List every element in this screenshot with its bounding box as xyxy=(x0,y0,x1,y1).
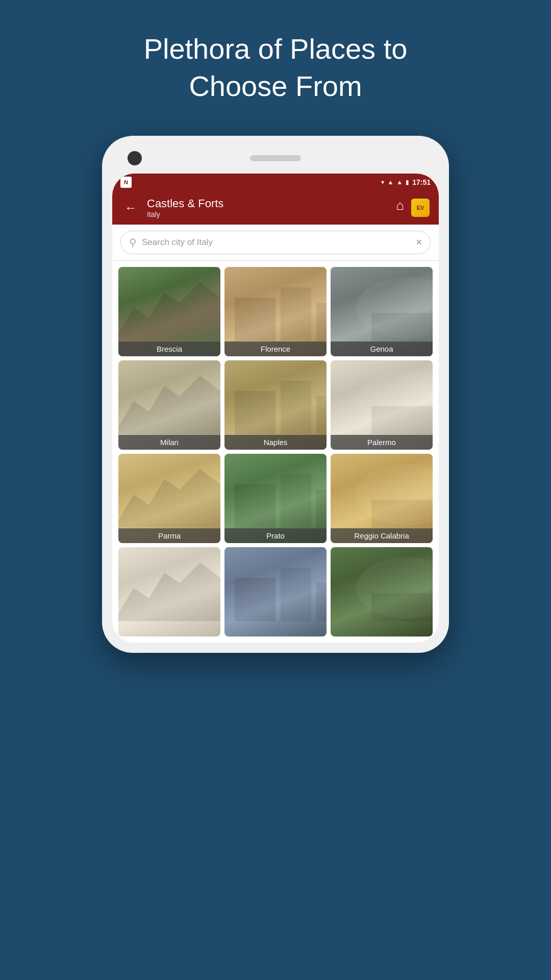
status-logo: N xyxy=(120,177,132,188)
status-time: 17:51 xyxy=(412,178,431,186)
city-card[interactable]: Florence xyxy=(224,267,327,356)
svg-rect-17 xyxy=(371,500,433,528)
city-card[interactable] xyxy=(224,547,327,636)
city-card[interactable]: Parma xyxy=(118,454,220,543)
phone-speaker xyxy=(250,155,301,161)
phone-screen: N ▾ ▲ ▲ ▮ 17:51 ← Castles & Forts Italy … xyxy=(112,174,439,643)
city-name-label: Parma xyxy=(118,528,220,543)
phone-camera xyxy=(128,151,142,165)
svg-rect-19 xyxy=(235,578,276,621)
city-card[interactable] xyxy=(118,547,220,636)
svg-marker-0 xyxy=(118,282,220,341)
city-image xyxy=(118,547,220,636)
city-card[interactable]: Naples xyxy=(224,360,327,450)
city-image xyxy=(331,547,433,636)
city-card[interactable]: Brescia xyxy=(118,267,220,356)
city-card[interactable]: Prato xyxy=(224,454,327,543)
status-bar: N ▾ ▲ ▲ ▮ 17:51 xyxy=(112,174,439,191)
app-bar-main-title: Castles & Forts xyxy=(147,197,390,210)
svg-marker-18 xyxy=(118,562,220,621)
city-name-label: Florence xyxy=(224,341,327,356)
svg-marker-12 xyxy=(118,469,220,528)
svg-rect-14 xyxy=(281,474,311,528)
phone-mockup: N ▾ ▲ ▲ ▮ 17:51 ← Castles & Forts Italy … xyxy=(102,136,449,653)
svg-rect-13 xyxy=(235,484,276,528)
city-image xyxy=(224,547,327,636)
svg-rect-15 xyxy=(316,489,327,528)
app-bar-actions: ⌂ EV xyxy=(396,198,431,218)
svg-rect-23 xyxy=(371,593,433,621)
page-title-line2: Choose From xyxy=(189,70,362,102)
city-card[interactable]: Reggio Calabria xyxy=(331,454,433,543)
city-name-label: Genoa xyxy=(331,341,433,356)
svg-rect-20 xyxy=(281,568,311,621)
search-input[interactable]: Search city of Italy xyxy=(142,237,411,248)
svg-rect-2 xyxy=(281,287,311,341)
signal-icon: ▲ xyxy=(387,179,393,186)
home-button[interactable]: ⌂ xyxy=(396,198,404,218)
city-card[interactable]: Palermo xyxy=(331,360,433,450)
svg-rect-5 xyxy=(371,313,433,341)
svg-rect-8 xyxy=(281,381,311,434)
city-name-label: Milan xyxy=(118,435,220,450)
city-grid: BresciaFlorenceGenoaMilanNaplesPalermoPa… xyxy=(112,261,439,643)
city-name-label: Prato xyxy=(224,528,327,543)
wifi-icon: ▾ xyxy=(381,179,384,186)
svg-marker-6 xyxy=(118,376,220,434)
app-bar-subtitle: Italy xyxy=(147,210,390,218)
svg-rect-9 xyxy=(316,396,327,434)
page-title: Plethora of Places to Choose From xyxy=(103,31,448,105)
city-name-label: Palermo xyxy=(331,435,433,450)
back-button[interactable]: ← xyxy=(120,199,141,217)
battery-icon: ▮ xyxy=(406,179,409,186)
app-bar: ← Castles & Forts Italy ⌂ EV xyxy=(112,191,439,225)
search-icon: ⚲ xyxy=(129,236,137,249)
svg-rect-3 xyxy=(316,303,327,341)
city-card[interactable]: Genoa xyxy=(331,267,433,356)
svg-rect-11 xyxy=(371,406,433,434)
city-card[interactable] xyxy=(331,547,433,636)
city-card[interactable]: Milan xyxy=(118,360,220,450)
city-name-label: Brescia xyxy=(118,341,220,356)
svg-rect-21 xyxy=(316,583,327,621)
clear-icon[interactable]: × xyxy=(416,236,422,248)
search-bar[interactable]: ⚲ Search city of Italy × xyxy=(120,231,431,254)
svg-rect-7 xyxy=(235,391,276,434)
signal-icon2: ▲ xyxy=(396,179,403,186)
ev-badge[interactable]: EV xyxy=(410,198,431,218)
city-name-label: Reggio Calabria xyxy=(331,528,433,543)
page-title-line1: Plethora of Places to xyxy=(144,33,408,65)
status-icons: ▾ ▲ ▲ ▮ 17:51 xyxy=(381,178,431,186)
search-container: ⚲ Search city of Italy × xyxy=(112,225,439,261)
svg-rect-1 xyxy=(235,298,276,341)
city-name-label: Naples xyxy=(224,435,327,450)
app-bar-title: Castles & Forts Italy xyxy=(147,197,390,218)
